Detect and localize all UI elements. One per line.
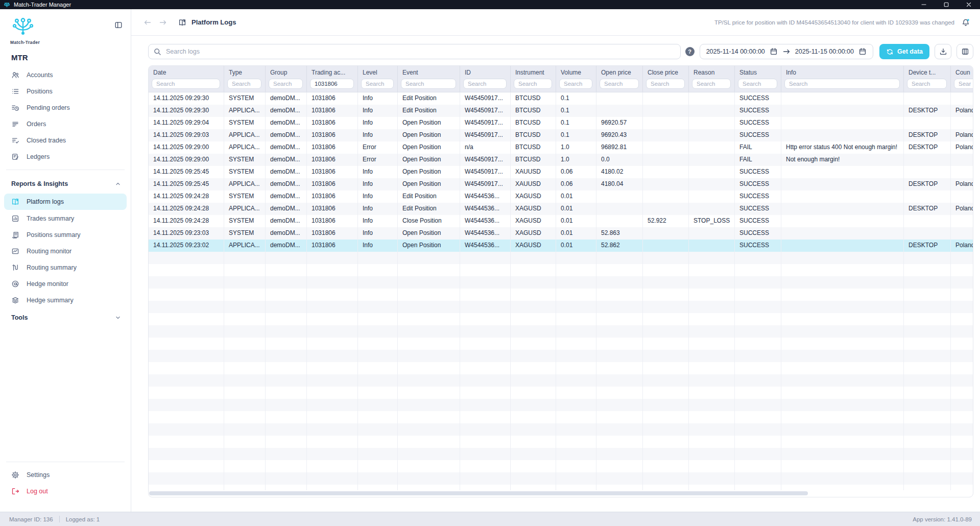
column-filter-group[interactable] <box>269 79 303 89</box>
column-filter-date[interactable] <box>152 79 220 89</box>
get-data-button[interactable]: Get data <box>879 44 929 59</box>
cell-reason <box>689 141 735 154</box>
column-header-info[interactable]: Info <box>781 66 904 92</box>
column-header-reason[interactable]: Reason <box>689 66 735 92</box>
table-row[interactable]: 14.11.2025 09:24:28SYSTEMdemoDM...103180… <box>149 215 973 227</box>
cell-status: SUCCESS <box>735 203 781 215</box>
cell-empty <box>266 362 307 374</box>
logs-table: DateTypeGroupTrading ac...LevelEventIDIn… <box>148 65 973 497</box>
close-button[interactable] <box>958 0 980 9</box>
column-filter-trading-account[interactable] <box>310 79 354 89</box>
column-filter-level[interactable] <box>361 79 394 89</box>
cell-empty <box>511 472 556 485</box>
table-row[interactable]: 14.11.2025 09:29:00SYSTEMdemoDM...103180… <box>149 154 973 166</box>
column-filter-close-price[interactable] <box>646 79 685 89</box>
calendar-icon[interactable] <box>858 47 867 56</box>
calendar-icon[interactable] <box>770 47 778 56</box>
column-filter-instrument[interactable] <box>514 79 552 89</box>
column-filter-info[interactable] <box>784 79 900 89</box>
search-logs-input[interactable] <box>148 44 681 59</box>
table-row[interactable]: 14.11.2025 09:25:45APPLICA...demoDM...10… <box>149 178 973 190</box>
sidebar-item-trades-summary[interactable]: Trades summary <box>0 210 131 227</box>
column-header-close-price[interactable]: Close price <box>643 66 689 92</box>
column-header-date[interactable]: Date <box>149 66 224 92</box>
column-header-open-price[interactable]: Open price <box>596 66 643 92</box>
bell-icon[interactable] <box>962 18 970 27</box>
sidebar-item-routing-monitor[interactable]: Routing monitor <box>0 243 131 259</box>
sidebar-item-settings[interactable]: Settings <box>0 467 131 483</box>
sidebar-item-positions-summary[interactable]: Positions summary <box>0 227 131 243</box>
column-filter-event[interactable] <box>401 79 456 89</box>
table-row[interactable]: 14.11.2025 09:24:28SYSTEMdemoDM...103180… <box>149 190 973 203</box>
sidebar-item-orders[interactable]: Orders <box>0 116 131 132</box>
column-filter-volume[interactable] <box>559 79 592 89</box>
cell-date: 14.11.2025 09:29:00 <box>149 141 224 154</box>
table-row[interactable]: 14.11.2025 09:24:28APPLICA...demoDM...10… <box>149 203 973 215</box>
help-icon[interactable]: ? <box>685 47 695 56</box>
table-row-empty <box>149 264 973 276</box>
table-row[interactable]: 14.11.2025 09:25:45SYSTEMdemoDM...103180… <box>149 166 973 178</box>
columns-icon <box>961 47 969 56</box>
sidebar-item-logout[interactable]: Log out <box>0 483 131 499</box>
column-header-trading-account[interactable]: Trading ac... <box>307 66 358 92</box>
table-row[interactable]: 14.11.2025 09:29:04SYSTEMdemoDM...103180… <box>149 117 973 129</box>
minimize-button[interactable] <box>913 0 935 9</box>
column-header-group[interactable]: Group <box>266 66 307 92</box>
sidebar-item-hedge-monitor[interactable]: Hedge monitor <box>0 276 131 292</box>
sidebar-item-ledgers[interactable]: Ledgers <box>0 149 131 165</box>
column-header-device-type[interactable]: Device t... <box>904 66 951 92</box>
column-header-instrument[interactable]: Instrument <box>511 66 556 92</box>
sidebar-item-positions[interactable]: Positions <box>0 83 131 100</box>
cell-close-price <box>643 190 689 203</box>
sidebar-item-platform-logs[interactable]: Platform logs <box>4 194 127 210</box>
column-filter-open-price[interactable] <box>600 79 639 89</box>
column-header-country[interactable]: Coun <box>951 66 973 92</box>
column-header-event[interactable]: Event <box>398 66 460 92</box>
cell-empty <box>904 411 951 423</box>
column-filter-device-type[interactable] <box>907 79 947 89</box>
column-header-level[interactable]: Level <box>358 66 398 92</box>
column-filter-type[interactable] <box>227 79 261 89</box>
column-header-volume[interactable]: Volume <box>556 66 596 92</box>
sidebar-item-closed-trades[interactable]: Closed trades <box>0 132 131 149</box>
sidebar-divider <box>6 170 125 170</box>
maximize-button[interactable] <box>935 0 958 9</box>
table-row-empty <box>149 387 973 399</box>
cell-id: W4544536... <box>460 240 511 252</box>
cell-empty <box>781 374 904 387</box>
sidebar-item-routing-summary[interactable]: Routing summary <box>0 259 131 276</box>
column-filter-country[interactable] <box>954 79 973 89</box>
column-filter-reason[interactable] <box>692 79 731 89</box>
column-filter-status[interactable] <box>738 79 777 89</box>
forward-arrow-icon[interactable] <box>159 18 167 27</box>
column-header-id[interactable]: ID <box>460 66 511 92</box>
scrollbar-thumb[interactable] <box>149 491 808 495</box>
table-row[interactable]: 14.11.2025 09:23:02APPLICA...demoDM...10… <box>149 240 973 252</box>
download-button[interactable] <box>935 44 951 59</box>
table-row[interactable]: 14.11.2025 09:29:00APPLICA...demoDM...10… <box>149 141 973 154</box>
cell-empty <box>951 264 973 276</box>
column-header-type[interactable]: Type <box>224 66 266 92</box>
section-reports-insights[interactable]: Reports & Insights <box>0 175 131 193</box>
cell-empty <box>149 411 224 423</box>
date-from-value[interactable]: 2025-11-14 00:00:00 <box>706 48 765 55</box>
table-row[interactable]: 14.11.2025 09:29:03APPLICA...demoDM...10… <box>149 129 973 141</box>
table-row[interactable]: 14.11.2025 09:23:03SYSTEMdemoDM...103180… <box>149 227 973 240</box>
column-header-status[interactable]: Status <box>735 66 781 92</box>
back-arrow-icon[interactable] <box>144 18 152 27</box>
table-row[interactable]: 14.11.2025 09:29:30APPLICA...demoDM...10… <box>149 105 973 117</box>
sidebar-item-pending-orders[interactable]: Pending orders <box>0 100 131 116</box>
cell-empty <box>904 264 951 276</box>
table-row[interactable]: 14.11.2025 09:29:30SYSTEMdemoDM...103180… <box>149 92 973 105</box>
sidebar-item-hedge-summary[interactable]: Hedge summary <box>0 292 131 308</box>
cell-volume: 0.01 <box>556 203 596 215</box>
columns-button[interactable] <box>957 44 973 59</box>
cell-empty <box>358 362 398 374</box>
section-tools[interactable]: Tools <box>0 308 131 327</box>
cell-empty <box>951 436 973 448</box>
sidebar-item-accounts[interactable]: Accounts <box>0 67 131 83</box>
collapse-sidebar-icon[interactable] <box>114 21 123 29</box>
column-filter-id[interactable] <box>463 79 507 89</box>
horizontal-scrollbar[interactable] <box>149 490 973 497</box>
date-to-value[interactable]: 2025-11-15 00:00:00 <box>795 48 854 55</box>
